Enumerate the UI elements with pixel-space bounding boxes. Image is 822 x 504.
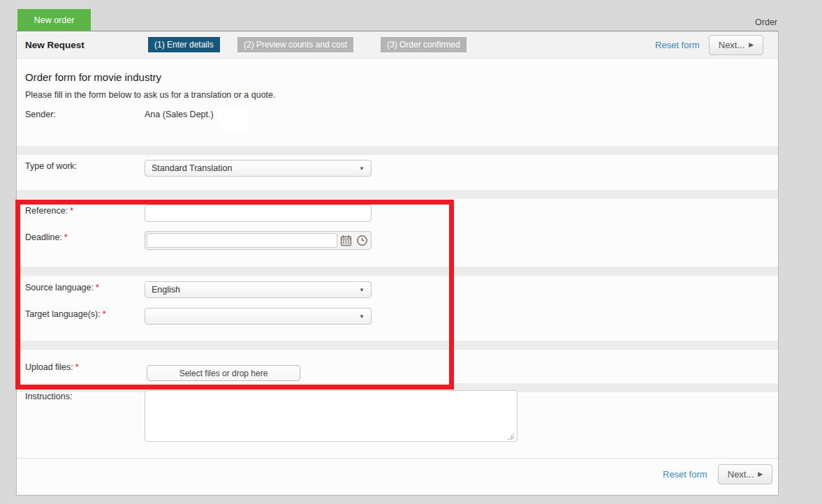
source-language-select[interactable]: English ▼ <box>145 281 372 298</box>
select-files-button[interactable]: Select files or drop here <box>147 365 300 381</box>
time-picker-button[interactable] <box>355 233 369 248</box>
sender-label: Sender: <box>25 110 56 119</box>
step-2-preview-counts-and-cost: (2) Preview counts and cost <box>237 37 353 52</box>
tab-new-order-label: New order <box>34 15 75 25</box>
form-title: Order form for movie industry <box>25 71 161 83</box>
order-corner-label: Order <box>755 17 777 27</box>
calendar-icon <box>340 235 352 246</box>
next-button-top-label: Next... <box>719 40 745 50</box>
instructions-textarea[interactable] <box>145 390 518 442</box>
clock-icon <box>356 235 368 246</box>
next-arrow-icon: ▶ <box>758 471 763 477</box>
section-divider-band <box>17 341 778 350</box>
next-button-top[interactable]: Next... ▶ <box>709 35 763 55</box>
section-divider-band <box>17 267 778 276</box>
deadline-field-group <box>145 231 372 250</box>
step-1-enter-details: (1) Enter details <box>148 37 220 52</box>
chevron-down-icon: ▼ <box>359 165 365 172</box>
required-marker: * <box>64 232 68 242</box>
tab-new-order[interactable]: New order <box>17 9 91 31</box>
upload-files-label: Upload files:* <box>25 362 79 372</box>
chevron-down-icon: ▼ <box>359 313 365 320</box>
next-button-bottom-label: Next... <box>728 469 754 480</box>
required-marker: * <box>75 362 79 372</box>
required-marker: * <box>96 283 99 292</box>
required-marker: * <box>70 206 73 216</box>
section-divider-band <box>17 190 778 199</box>
target-languages-label: Target language(s):* <box>25 309 106 319</box>
reference-input[interactable] <box>145 205 372 222</box>
panel-title: New Request <box>25 31 85 59</box>
type-of-work-select[interactable]: Standard Translation ▼ <box>145 160 372 177</box>
reference-label: Reference:* <box>25 206 73 216</box>
type-of-work-selected-value: Standard Translation <box>152 163 232 173</box>
instructions-label: Instructions: <box>25 392 72 401</box>
highlight-patch <box>217 106 249 130</box>
form-subtitle: Please fill in the form below to ask us … <box>25 90 276 100</box>
section-divider-band <box>17 146 778 155</box>
sender-value: Ana (Sales Dept.) <box>145 110 214 119</box>
calendar-picker-button[interactable] <box>339 233 353 248</box>
textarea-resize-grip[interactable] <box>508 433 514 440</box>
required-marker: * <box>103 309 106 319</box>
step-3-order-confirmed: (3) Order confirmed <box>381 37 467 52</box>
next-button-bottom[interactable]: Next... ▶ <box>718 464 772 484</box>
page-background: New order Order New Request (1) Enter de… <box>0 0 822 504</box>
deadline-input[interactable] <box>147 233 337 248</box>
new-request-panel: New Request (1) Enter details (2) Previe… <box>16 31 779 496</box>
source-language-label: Source language:* <box>25 283 99 292</box>
chevron-down-icon: ▼ <box>359 287 365 293</box>
target-languages-select[interactable]: ▼ <box>145 308 372 325</box>
footer-divider <box>17 458 778 459</box>
next-arrow-icon: ▶ <box>749 42 754 48</box>
source-language-selected-value: English <box>152 285 180 295</box>
deadline-label: Deadline:* <box>25 232 68 242</box>
reset-form-link-bottom[interactable]: Reset form <box>663 464 707 485</box>
reset-form-link-top[interactable]: Reset form <box>655 31 700 59</box>
type-of-work-label: Type of work: <box>25 161 77 171</box>
wizard-header: New Request (1) Enter details (2) Previe… <box>17 31 778 59</box>
